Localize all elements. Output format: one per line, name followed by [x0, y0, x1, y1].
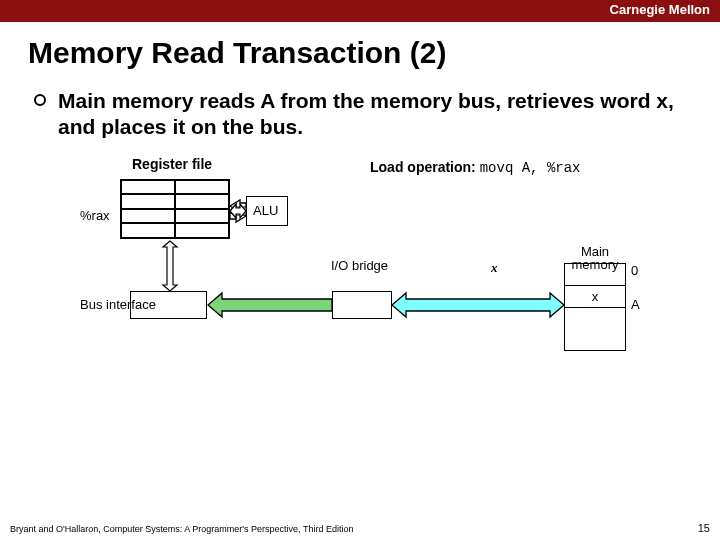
footer-citation: Bryant and O'Hallaron, Computer Systems:… — [10, 524, 353, 534]
register-file-box — [120, 179, 230, 239]
x-on-bus-label: x — [491, 260, 498, 276]
load-op-prefix: Load operation: — [370, 159, 476, 175]
load-operation-label: Load operation: movq A, %rax — [370, 159, 581, 176]
slide-footer: Bryant and O'Hallaron, Computer Systems:… — [10, 524, 710, 534]
slide-top-bar: Carnegie Mellon — [0, 0, 720, 22]
memory-cell-x: x — [565, 286, 625, 308]
slide-title: Memory Read Transaction (2) — [28, 36, 720, 70]
svg-marker-9 — [392, 293, 564, 317]
load-op-code: movq A, %rax — [480, 160, 581, 176]
memory-addr-0: 0 — [631, 263, 638, 278]
bullet-text: Main memory reads A from the memory bus,… — [58, 88, 680, 141]
svg-marker-3 — [230, 204, 246, 218]
svg-marker-5 — [230, 204, 246, 218]
brand-label: Carnegie Mellon — [610, 2, 710, 17]
svg-marker-8 — [318, 293, 332, 305]
io-bridge-box — [332, 291, 392, 319]
alu-label: ALU — [253, 203, 278, 218]
io-bridge-label: I/O bridge — [331, 258, 388, 273]
svg-marker-0 — [230, 200, 246, 212]
svg-marker-1 — [230, 210, 246, 222]
bus-interface-label: Bus interface — [80, 297, 156, 312]
bullet-icon — [34, 94, 46, 106]
rax-label: %rax — [80, 208, 110, 223]
bullet-item: Main memory reads A from the memory bus,… — [34, 88, 680, 141]
memory-addr-a: A — [631, 297, 640, 312]
svg-marker-7 — [208, 293, 332, 317]
main-memory-box: x — [564, 263, 626, 351]
page-number: 15 — [698, 522, 710, 534]
svg-marker-6 — [163, 241, 177, 291]
register-file-label: Register file — [132, 156, 212, 172]
diagram: Register file Load operation: movq A, %r… — [0, 151, 720, 371]
